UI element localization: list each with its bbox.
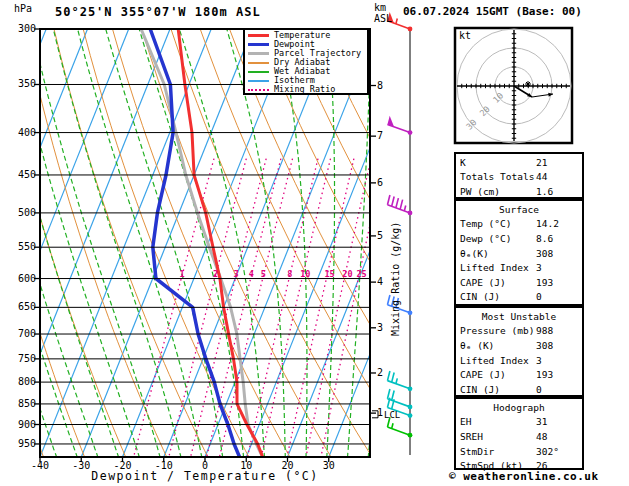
table-row: PW (cm)1.6 [460,184,582,199]
pressure-tick-label: 600 [6,274,36,284]
table-row: θₑ(K)308 [460,246,582,261]
mixing-ratio-value-label: 15 [324,269,334,279]
datetime-header: 06.07.2024 15GMT (Base: 00) [403,7,582,17]
wind-barb [387,371,412,391]
table-row: StmDir302° [460,444,582,459]
sounding-screenshot: 12345810152025102030 hPa 50°25'N 355°07'… [0,0,629,486]
pressure-tick-label: 950 [6,439,36,449]
x-axis-label: Dewpoint / Temperature (°C) [55,469,355,483]
km-tick-label: 4 [377,277,383,287]
pressure-tick-label: 450 [6,170,36,180]
wind-barb [387,417,412,437]
pressure-tick-label: 750 [6,354,36,364]
legend-swatch-parcel-trajectory [248,52,269,55]
mixing-ratio-value-label: 3 [234,269,239,279]
pressure-tick-label: 350 [6,79,36,89]
table-row-label: SREH [460,431,536,442]
table-hodograph: HodographEH31SREH48StmDir302°StmSpd (kt)… [454,397,584,470]
table-row-value: 21 [536,157,547,168]
table-row-label: CAPE (J) [460,277,536,288]
table-row-value: 8.6 [536,233,553,244]
legend-swatch-dry-adiabat [248,62,269,64]
altitude-unit-km: km [374,3,386,13]
pressure-tick-label: 400 [6,128,36,138]
km-tick-label: 2 [377,368,383,378]
wind-barb [387,116,412,135]
table-row-label: Lifted Index [460,262,536,273]
table-row: EH31 [460,415,582,430]
copyright-footer: © weatheronline.co.uk [449,470,599,483]
legend-swatch-wet-adiabat [248,71,269,73]
table-row-label: EH [460,416,536,427]
hodograph-unit-label: kt [459,30,471,41]
altitude-unit-asl: ASL [374,14,392,24]
table-row-value: 193 [536,369,553,380]
table-row: CAPE (J)193 [460,367,582,382]
table-row-value: 3 [536,262,542,273]
legend-label: Mixing Ratio [274,85,335,94]
station-title: 50°25'N 355°07'W 180m ASL [55,7,261,17]
mixing-ratio-value-label: 8 [287,269,292,279]
pressure-tick-label: 650 [6,302,36,312]
km-tick-label: 1 [377,408,383,418]
table-title: Surface [499,204,539,215]
table-row: CIN (J)0 [460,382,582,397]
pressure-tick-label: 300 [6,24,36,34]
mixing-ratio-value-label: 1 [180,269,185,279]
temp-tick-label: -40 [23,461,57,471]
table-most-unstable: Most UnstablePressure (mb)988θₑ (K)308Li… [454,306,584,397]
table-title: Hodograph [493,402,544,413]
table-row: CAPE (J)193 [460,275,582,290]
legend-swatch-temperature [248,34,269,37]
table-row-value: 3 [536,355,542,366]
legend-swatch-isotherm [248,80,269,82]
wind-barb [387,389,412,409]
table-row-value: 0 [536,291,542,302]
table-row-value: 48 [536,431,547,442]
mixing-ratio-value-label: 5 [261,269,266,279]
km-tick-label: 8 [377,81,383,91]
hodograph: 102030 [455,28,572,143]
table-row: SREH48 [460,429,582,444]
table-indices: K21Totals Totals44PW (cm)1.6 [454,152,584,199]
table-row-label: θₑ (K) [460,340,536,351]
table-row-value: 988 [536,325,553,336]
mixing-ratio-value-label: 20 [342,269,352,279]
legend-box: TemperatureDewpointParcel TrajectoryDry … [243,28,369,95]
pressure-tick-label: 900 [6,420,36,430]
table-row-value: 1.6 [536,186,553,197]
table-row-label: θₑ(K) [460,248,536,259]
table-row: Lifted Index3 [460,260,582,275]
table-row-label: PW (cm) [460,186,536,197]
table-row: Dewp (°C)8.6 [460,231,582,246]
mixing-ratio-value-label: 4 [249,269,254,279]
pressure-tick-label: 700 [6,329,36,339]
table-row-label: Lifted Index [460,355,536,366]
table-row: θₑ (K)308 [460,338,582,353]
pressure-tick-label: 500 [6,208,36,218]
pressure-tick-label: 550 [6,242,36,252]
table-row-value: 0 [536,384,542,395]
km-tick-label: 7 [377,131,383,141]
table-row: Lifted Index3 [460,353,582,368]
legend-swatch-dewpoint [248,43,269,46]
table-row: Temp (°C)14.2 [460,217,582,232]
table-row-value: 308 [536,248,553,259]
mixing-ratio-axis-label: Mixing Ratio (g/kg) [390,222,401,336]
table-row: K21 [460,155,582,170]
table-row-label: Pressure (mb) [460,325,536,336]
mixing-ratio-value-label: 2 [213,269,218,279]
table-row: Totals Totals44 [460,170,582,185]
km-tick-label: 3 [377,323,383,333]
table-row: CIN (J)0 [460,290,582,305]
table-row-label: CIN (J) [460,291,536,302]
table-row-label: CIN (J) [460,384,536,395]
table-surface: SurfaceTemp (°C)14.2Dewp (°C)8.6θₑ(K)308… [454,199,584,306]
legend-swatch-mixing-ratio [248,89,269,91]
km-tick-label: 6 [377,178,383,188]
lcl-label: LCL [384,410,400,420]
table-row: Pressure (mb)988 [460,324,582,339]
mixing-ratio-value-label: 25 [356,269,366,279]
table-title: Most Unstable [482,311,556,322]
table-row-value: 308 [536,340,553,351]
